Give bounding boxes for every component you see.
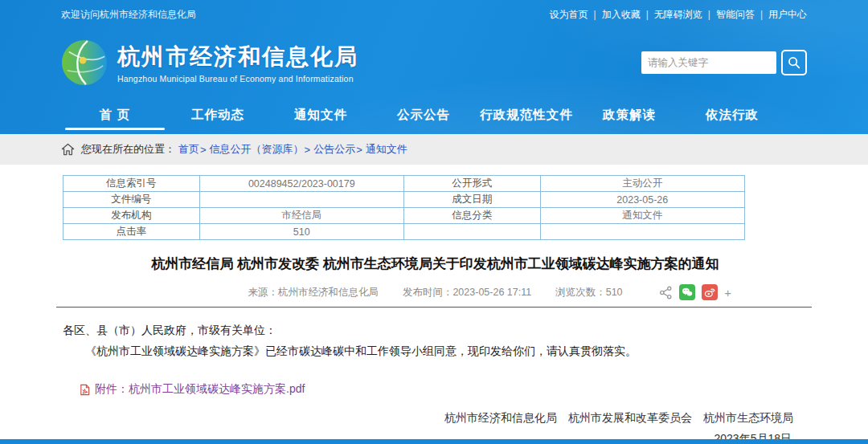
meta-divider xyxy=(56,307,812,308)
topbar-links: 设为首页 | 加入收藏 | 无障碍浏览 | 智能问答 | 用户中心 xyxy=(550,8,808,22)
topbar-link-favorite[interactable]: 加入收藏 xyxy=(602,8,641,22)
site-title: 杭州市经济和信息化局 xyxy=(117,42,358,72)
breadcrumb-link-home[interactable]: 首页 xyxy=(178,142,199,157)
article-paragraph-body: 《杭州市工业领域碳达峰实施方案》已经市碳达峰碳中和工作领导小组同意，现印发给你们… xyxy=(63,341,807,360)
breadcrumb-prefix: 您现在所在的位置： xyxy=(81,142,175,157)
signature-agencies: 杭州市经济和信息化局 杭州市发展和改革委员会 杭州市生态环境局 xyxy=(63,411,808,426)
wechat-share-icon[interactable] xyxy=(679,284,695,300)
topbar-separator: | xyxy=(708,9,710,20)
info-value-document-number xyxy=(199,192,403,208)
topbar-link-user-center[interactable]: 用户中心 xyxy=(768,8,807,22)
site-identity: 杭州市经济和信息化局 Hangzhou Municipal Bureau of … xyxy=(117,42,358,84)
header: 杭州市经济和信息化局 Hangzhou Municipal Bureau of … xyxy=(0,29,868,96)
share-more-button[interactable]: + xyxy=(724,287,731,299)
bureau-logo xyxy=(61,39,108,86)
share-group: + xyxy=(659,283,731,301)
search-button[interactable] xyxy=(781,50,807,75)
info-value-click-rate: 510 xyxy=(199,224,403,240)
table-row: 发布机构 市经信局 信息分类 通知文件 xyxy=(63,208,745,224)
info-label-disclosure-form: 公开形式 xyxy=(403,176,540,192)
page: 欢迎访问杭州市经济和信息化局 设为首页 | 加入收藏 | 无障碍浏览 | 智能问… xyxy=(0,0,868,444)
breadcrumb-link-notice-documents[interactable]: 通知文件 xyxy=(366,142,407,157)
footer-bar xyxy=(0,439,868,444)
site-header: 欢迎访问杭州市经济和信息化局 设为首页 | 加入收藏 | 无障碍浏览 | 智能问… xyxy=(0,0,868,134)
info-value-empty xyxy=(540,224,744,240)
info-value-issuing-agency: 市经信局 xyxy=(199,208,403,224)
info-label-document-number: 文件编号 xyxy=(63,192,200,208)
document-info-table: 信息索引号 002489452/2023-00179 公开形式 主动公开 文件编… xyxy=(63,175,745,240)
breadcrumb-separator: > xyxy=(305,144,311,156)
breadcrumb-separator: > xyxy=(356,144,362,156)
article-publish-time: 发布时间：2023-05-26 17:11 xyxy=(403,286,531,299)
breadcrumb-link-announcements[interactable]: 公告公示 xyxy=(313,142,355,157)
share-nodes-icon[interactable] xyxy=(659,286,673,299)
breadcrumb: 您现在所在的位置： 首页 > 信息公开（资源库） > 公告公示 > 通知文件 xyxy=(0,134,868,165)
search-area xyxy=(641,50,807,75)
info-label-click-rate: 点击率 xyxy=(63,224,200,240)
nav-item-normative-documents[interactable]: 行政规范性文件 xyxy=(475,96,578,134)
topbar-separator: | xyxy=(594,9,596,20)
nav-item-public-announcements[interactable]: 公示公告 xyxy=(372,96,475,134)
site-subtitle: Hangzhou Municipal Bureau of Economy and… xyxy=(117,74,358,84)
topbar-link-smart-qa[interactable]: 智能问答 xyxy=(716,8,755,22)
search-icon xyxy=(787,55,801,70)
article-paragraph-salutation: 各区、县（市）人民政府，市级有关单位： xyxy=(63,320,807,340)
breadcrumb-link-info-disclosure[interactable]: 信息公开（资源库） xyxy=(210,142,304,157)
breadcrumb-separator: > xyxy=(200,144,207,156)
article-views: 浏览次数：510 xyxy=(555,286,622,299)
nav-item-policy-interpretation[interactable]: 政策解读 xyxy=(578,96,681,134)
topbar-link-set-home[interactable]: 设为首页 xyxy=(550,8,588,22)
welcome-text: 欢迎访问杭州市经济和信息化局 xyxy=(61,8,196,22)
attachment-row: 附件：杭州市工业领域碳达峰实施方案.pdf xyxy=(79,382,807,397)
info-label-issue-date: 成文日期 xyxy=(403,192,540,208)
topbar-separator: | xyxy=(760,9,763,20)
info-value-issue-date: 2023-05-26 xyxy=(540,192,744,208)
content: 信息索引号 002489452/2023-00179 公开形式 主动公开 文件编… xyxy=(0,165,868,444)
weibo-share-icon[interactable] xyxy=(702,284,718,300)
table-row: 点击率 510 xyxy=(63,224,745,240)
search-input[interactable] xyxy=(641,51,776,74)
info-value-index-number: 002489452/2023-00179 xyxy=(199,176,403,192)
topbar-separator: | xyxy=(646,9,649,20)
nav-item-work-news[interactable]: 工作动态 xyxy=(166,96,269,134)
info-label-info-category: 信息分类 xyxy=(403,208,540,224)
nav-item-home[interactable]: 首 页 xyxy=(63,96,166,134)
main-nav: 首 页 工作动态 通知文件 公示公告 行政规范性文件 政策解读 依法行政 xyxy=(0,96,868,134)
table-row: 信息索引号 002489452/2023-00179 公开形式 主动公开 xyxy=(63,176,745,192)
info-label-empty xyxy=(403,224,540,240)
nav-item-notice-documents[interactable]: 通知文件 xyxy=(269,96,372,134)
topbar-link-accessibility[interactable]: 无障碍浏览 xyxy=(654,8,702,22)
nav-item-law-administration[interactable]: 依法行政 xyxy=(681,96,784,134)
info-label-issuing-agency: 发布机构 xyxy=(63,208,200,224)
info-value-info-category: 通知文件 xyxy=(540,208,744,224)
pdf-icon xyxy=(79,384,91,396)
attachment-link[interactable]: 附件：杭州市工业领域碳达峰实施方案.pdf xyxy=(95,382,305,397)
page-title: 杭州市经信局 杭州市发改委 杭州市生态环境局关于印发杭州市工业领域碳达峰实施方案… xyxy=(63,255,808,273)
article-source: 来源：杭州市经济和信息化局 xyxy=(248,286,379,299)
home-icon xyxy=(61,143,75,156)
table-row: 文件编号 成文日期 2023-05-26 xyxy=(63,192,745,208)
article-meta: 来源：杭州市经济和信息化局 发布时间：2023-05-26 17:11 浏览次数… xyxy=(63,283,808,301)
topbar: 欢迎访问杭州市经济和信息化局 设为首页 | 加入收藏 | 无障碍浏览 | 智能问… xyxy=(0,0,868,29)
info-label-index-number: 信息索引号 xyxy=(63,176,200,192)
info-value-disclosure-form: 主动公开 xyxy=(540,176,744,192)
